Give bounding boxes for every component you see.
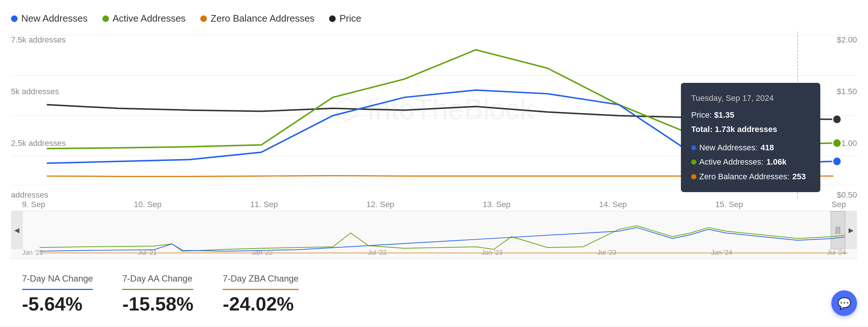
mini-scroll-left[interactable]: ◀ (11, 211, 23, 249)
tooltip-dot-zero (691, 174, 696, 179)
chat-icon: 💬 (838, 297, 851, 310)
scroll-handle-icon (834, 225, 842, 236)
stats-section: 7-Day NA Change -5.64% 7-Day AA Change -… (11, 259, 857, 326)
chat-button[interactable]: 💬 (831, 290, 857, 316)
tooltip-value-zero: 253 (792, 169, 806, 184)
mini-x-0: Jan '21 (22, 249, 43, 257)
chart-container: New Addresses Active Addresses Zero Bala… (0, 0, 868, 326)
tooltip-row-active: Active Addresses: 1.06k (691, 155, 810, 169)
tooltip-row-zero: Zero Balance Addresses: 253 (691, 169, 810, 184)
x-label-1: 10. Sep (134, 200, 162, 211)
x-label-0: 9. Sep (22, 200, 45, 211)
mini-x-6: Jan '24 (711, 249, 732, 257)
mini-x-7: Jul '24 (827, 249, 846, 257)
legend-label-new-addresses: New Addresses (21, 13, 88, 24)
stat-zba-change: 7-Day ZBA Change -24.02% (223, 273, 299, 315)
legend-zero-balance: Zero Balance Addresses (200, 13, 314, 24)
stat-na-change: 7-Day NA Change -5.64% (22, 273, 93, 315)
stat-na-label: 7-Day NA Change (22, 273, 93, 286)
x-label-3: 12. Sep (366, 200, 394, 211)
x-axis-labels: 9. Sep 10. Sep 11. Sep 12. Sep 13. Sep 1… (11, 200, 857, 211)
tooltip-date: Tuesday, Sep 17, 2024 (691, 91, 810, 106)
mini-scroll-right[interactable]: ▶ (845, 211, 857, 249)
stat-aa-label: 7-Day AA Change (122, 273, 193, 286)
legend-label-zero-balance: Zero Balance Addresses (211, 13, 314, 24)
mini-scroll-handle[interactable] (831, 211, 845, 249)
main-chart-area: 7.5k addresses 5k addresses 2.5k address… (11, 32, 857, 211)
mini-x-2: Jan '22 (252, 249, 273, 257)
legend-new-addresses: New Addresses (11, 13, 88, 24)
mini-x-5: Jul '23 (597, 249, 616, 257)
price-dot-right (833, 115, 841, 124)
tooltip-value-new: 418 (761, 140, 774, 155)
tooltip-row-new: New Addresses: 418 (691, 140, 810, 155)
legend-dot-zero-balance (200, 15, 207, 22)
stat-zba-underline (223, 289, 299, 290)
x-label-4: 13. Sep (483, 200, 511, 211)
stat-aa-value: -15.58% (122, 293, 193, 315)
legend-label-active-addresses: Active Addresses (113, 13, 186, 24)
legend-dot-active-addresses (102, 15, 109, 22)
stat-zba-label: 7-Day ZBA Change (223, 273, 299, 286)
mini-x-3: Jul '22 (368, 249, 386, 257)
tooltip-dot-active (691, 159, 696, 165)
chart-legend: New Addresses Active Addresses Zero Bala… (11, 7, 857, 32)
stat-aa-change: 7-Day AA Change -15.58% (122, 273, 193, 315)
tooltip-price-value: $1.35 (714, 110, 734, 120)
tooltip-label-active: Active Addresses: (699, 155, 763, 169)
tooltip-value-active: 1.06k (766, 155, 787, 169)
legend-label-price: Price (339, 13, 361, 24)
tooltip-total: Total: 1.73k addresses (691, 122, 810, 137)
new-dot-right (833, 157, 841, 166)
chart-tooltip: Tuesday, Sep 17, 2024 Price: $1.35 Total… (681, 83, 820, 192)
stat-aa-underline (122, 289, 193, 290)
active-dot-right (833, 139, 841, 147)
stat-na-value: -5.64% (22, 293, 93, 315)
legend-active-addresses: Active Addresses (102, 13, 186, 24)
legend-dot-price (329, 15, 336, 22)
x-label-5: 14. Sep (599, 200, 627, 211)
mini-x-1: Jul '21 (138, 249, 157, 257)
stat-zba-value: -24.02% (223, 293, 299, 315)
tooltip-label-zero: Zero Balance Addresses: (699, 169, 789, 184)
x-label-7: Sep (832, 200, 846, 211)
mini-x-4: Jan '23 (481, 249, 502, 257)
x-label-2: 11. Sep (250, 200, 278, 211)
tooltip-total-value: 1.73k addresses (715, 125, 777, 134)
mini-chart-area: Jan '21 Jul '21 Jan '22 Jul '22 Jan '23 … (11, 211, 857, 259)
tooltip-dot-new (691, 145, 696, 150)
legend-dot-new-addresses (11, 15, 18, 22)
mini-x-labels: Jan '21 Jul '21 Jan '22 Jul '22 Jan '23 … (22, 249, 846, 257)
tooltip-price: Price: $1.35 (691, 108, 810, 122)
stat-na-underline (22, 289, 93, 290)
watermark: ⬡ IntoTheBlock (334, 93, 534, 126)
tooltip-label-new: New Addresses: (699, 140, 758, 155)
tooltip-total-label: Total: (691, 125, 712, 134)
legend-price: Price (329, 13, 361, 24)
tooltip-price-label: Price: (691, 110, 712, 120)
x-label-6: 15. Sep (715, 200, 743, 211)
